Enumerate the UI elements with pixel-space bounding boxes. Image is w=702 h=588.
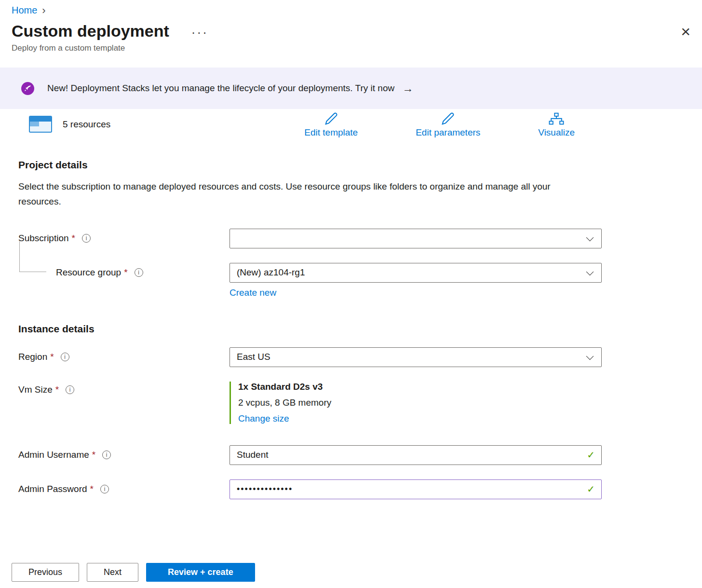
required-mark: * (124, 267, 127, 278)
vm-size-control: 1x Standard D2s v3 2 vcpus, 8 GB memory … (230, 382, 602, 424)
info-icon[interactable]: i (102, 451, 111, 459)
info-icon[interactable]: i (61, 353, 69, 361)
instance-details-form: Region * i East US Vm Size * i 1x Standa… (0, 347, 702, 499)
template-summary: 5 resources (29, 116, 110, 133)
chevron-down-icon (586, 233, 594, 241)
rocket-icon (21, 82, 34, 95)
required-mark: * (55, 384, 59, 395)
hierarchy-connector (19, 241, 46, 272)
deployment-stacks-banner[interactable]: New! Deployment Stacks let you manage th… (0, 68, 702, 109)
edit-template-label: Edit template (304, 127, 358, 138)
admin-username-label: Admin Username (18, 450, 89, 460)
more-icon[interactable]: ··· (191, 25, 208, 40)
resource-group-value: (New) az104-rg1 (237, 267, 305, 278)
admin-password-label-group: Admin Password * i (12, 479, 230, 499)
region-dropdown[interactable]: East US (230, 347, 602, 367)
info-icon[interactable]: i (100, 485, 109, 493)
info-icon[interactable]: i (82, 234, 91, 243)
resource-count: 5 resources (63, 119, 110, 130)
previous-button[interactable]: Previous (12, 563, 79, 582)
page-subtitle: Deploy from a custom template (0, 41, 702, 53)
chevron-down-icon (586, 352, 594, 360)
vm-size-row: Vm Size * i 1x Standard D2s v3 2 vcpus, … (0, 382, 702, 424)
info-icon[interactable]: i (66, 385, 74, 394)
template-actions: Edit template Edit parameters Visua (304, 110, 575, 138)
admin-password-control: ✓ (230, 479, 602, 499)
page-title: Custom deployment (12, 22, 169, 41)
next-button[interactable]: Next (87, 563, 138, 582)
admin-username-input[interactable] (230, 445, 602, 465)
project-details-heading: Project details (18, 159, 702, 171)
create-new-link[interactable]: Create new (230, 287, 276, 298)
checkmark-icon: ✓ (587, 483, 595, 495)
region-value: East US (237, 352, 270, 362)
template-icon (29, 116, 52, 133)
subscription-row: Subscription * i (0, 229, 702, 248)
admin-username-label-group: Admin Username * i (12, 445, 230, 465)
admin-username-control: ✓ (230, 445, 602, 465)
admin-password-label: Admin Password (18, 484, 87, 494)
wizard-footer: Previous Next Review + create (12, 563, 255, 582)
edit-template-button[interactable]: Edit template (304, 110, 358, 138)
region-label: Region (18, 352, 47, 362)
project-details-form: Subscription * i Resource group * i (New… (0, 229, 702, 298)
admin-username-row: Admin Username * i ✓ (0, 445, 702, 465)
change-size-link[interactable]: Change size (238, 413, 289, 424)
visualize-label: Visualize (538, 127, 575, 138)
admin-password-row: Admin Password * i ✓ (0, 479, 702, 499)
edit-parameters-button[interactable]: Edit parameters (416, 110, 480, 138)
admin-username-field: ✓ (230, 445, 602, 465)
page-header: Custom deployment ··· × (0, 16, 702, 41)
vm-size-label: Vm Size (18, 384, 53, 395)
resource-group-label: Resource group (56, 267, 121, 278)
admin-password-input[interactable] (230, 479, 602, 499)
required-mark: * (90, 484, 94, 494)
project-details-description: Select the subscription to manage deploy… (18, 179, 580, 209)
vm-size-title: 1x Standard D2s v3 (238, 382, 602, 392)
required-mark: * (50, 352, 54, 362)
pencil-icon (440, 110, 456, 126)
breadcrumb: Home › (0, 0, 702, 16)
required-mark: * (92, 450, 95, 460)
required-mark: * (72, 233, 75, 244)
breadcrumb-home-link[interactable]: Home (12, 5, 37, 16)
pencil-icon (324, 110, 339, 126)
vm-size-label-group: Vm Size * i (12, 384, 230, 395)
banner-text: New! Deployment Stacks let you manage th… (47, 83, 394, 94)
region-control: East US (230, 347, 602, 367)
visualize-button[interactable]: Visualize (538, 110, 575, 138)
instance-details-heading: Instance details (18, 323, 702, 335)
close-icon[interactable]: × (681, 23, 690, 40)
admin-password-field: ✓ (230, 479, 602, 499)
arrow-right-icon: → (402, 82, 413, 95)
region-row: Region * i East US (0, 347, 702, 367)
region-label-group: Region * i (12, 347, 230, 367)
visualize-icon (549, 110, 564, 126)
chevron-down-icon (586, 268, 594, 275)
resource-group-dropdown[interactable]: (New) az104-rg1 (230, 263, 602, 283)
review-create-button[interactable]: Review + create (146, 563, 255, 582)
subscription-dropdown[interactable] (230, 229, 602, 248)
vm-size-selection: 1x Standard D2s v3 2 vcpus, 8 GB memory … (230, 382, 602, 424)
edit-parameters-label: Edit parameters (416, 127, 480, 138)
custom-deployment-page: Home › Custom deployment ··· × Deploy fr… (0, 0, 702, 588)
resource-group-control: (New) az104-rg1 Create new (230, 263, 602, 298)
template-bar: 5 resources Edit template Edit parameter… (0, 110, 702, 138)
info-icon[interactable]: i (135, 268, 143, 277)
subscription-control (230, 229, 602, 248)
chevron-right-icon: › (42, 5, 45, 16)
vm-size-detail: 2 vcpus, 8 GB memory (238, 397, 602, 408)
checkmark-icon: ✓ (587, 449, 595, 461)
resource-group-row: Resource group * i (New) az104-rg1 Creat… (0, 263, 702, 298)
